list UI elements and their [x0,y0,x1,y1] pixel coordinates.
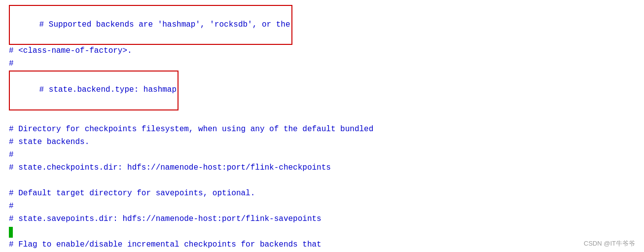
code-line-7: # state backends. [9,136,635,149]
code-line-1: # Supported backends are 'hashmap', 'roc… [9,5,635,45]
code-line-9: # state.checkpoints.dir: hdfs://namenode… [9,162,635,175]
code-line-8: # [9,149,635,162]
code-line-11: # Default target directory for savepoint… [9,187,635,200]
highlighted-line-4: # state.backend.type: hashmap [9,71,179,110]
code-line-12: # [9,200,635,213]
highlighted-line-1: # Supported backends are 'hashmap', 'roc… [9,5,292,45]
code-line-5 [9,110,635,123]
code-line-6: # Directory for checkpoints filesystem, … [9,123,635,136]
code-line-3: # [9,58,635,71]
code-line-15: # Flag to enable/disable incremental che… [9,239,635,252]
code-line-13: # state.savepoints.dir: hdfs://namenode-… [9,213,635,226]
code-line-14 [9,226,635,239]
code-block: # Supported backends are 'hashmap', 'roc… [9,5,635,252]
watermark: CSDN @IT牛爷爷 [584,239,635,248]
code-line-2: # <class-name-of-factory>. [9,45,635,58]
code-line-10 [9,175,635,187]
code-line-4: # state.backend.type: hashmap [9,71,635,110]
green-marker [9,227,13,238]
